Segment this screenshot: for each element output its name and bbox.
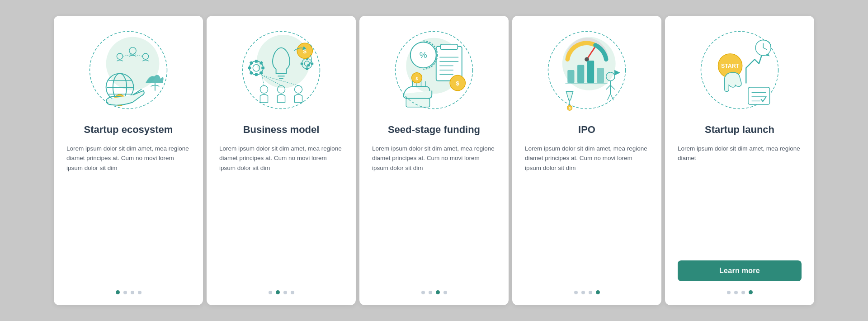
svg-text:START: START	[721, 63, 740, 69]
dot-1	[727, 291, 731, 294]
card-body-business-model: Lorem ipsum dolor sit dim amet, mea regi…	[219, 144, 343, 281]
card-title-business-model: Business model	[243, 123, 320, 137]
card-body-startup-ecosystem: Lorem ipsum dolor sit dim amet, mea regi…	[66, 144, 190, 281]
dot-3	[131, 291, 134, 294]
dot-2	[123, 291, 127, 294]
svg-rect-65	[587, 61, 594, 83]
card-icon-ipo: $	[542, 25, 632, 115]
svg-text:$: $	[456, 80, 460, 87]
svg-point-37	[260, 85, 268, 93]
dot-4	[138, 291, 142, 294]
card-dots-business-model	[269, 290, 294, 294]
dot-3	[589, 291, 592, 294]
dot-4	[291, 291, 294, 294]
svg-line-74	[610, 85, 615, 90]
svg-rect-63	[567, 70, 574, 83]
svg-rect-33	[311, 62, 314, 65]
svg-rect-66	[597, 68, 604, 83]
card-icon-seed-stage-funding: $ % $	[389, 25, 479, 115]
dot-2	[429, 291, 432, 294]
learn-more-button[interactable]: Learn more	[678, 260, 802, 281]
svg-rect-32	[306, 67, 308, 70]
dot-3	[283, 291, 287, 294]
card-body-startup-launch: Lorem ipsum dolor sit dim amet, mea regi…	[678, 144, 802, 252]
card-icon-startup-launch: START	[694, 25, 785, 115]
dot-2	[276, 290, 280, 294]
dot-4	[443, 291, 447, 294]
dot-1	[116, 290, 120, 294]
card-title-startup-ecosystem: Startup ecosystem	[84, 123, 173, 137]
card-icon-business-model: $	[236, 25, 326, 115]
dot-3	[436, 290, 440, 294]
svg-rect-21	[255, 60, 258, 63]
svg-rect-46	[440, 44, 458, 49]
svg-text:$: $	[303, 48, 307, 55]
card-dots-startup-ecosystem	[116, 290, 142, 294]
svg-rect-34	[301, 62, 303, 65]
card-title-startup-launch: Startup launch	[705, 123, 774, 137]
card-startup-ecosystem: $ Startup eco	[54, 16, 203, 305]
card-body-seed-stage-funding: Lorem ipsum dolor sit dim amet, mea regi…	[372, 144, 496, 281]
dot-1	[269, 291, 272, 294]
svg-line-73	[606, 85, 611, 90]
svg-rect-64	[577, 65, 584, 83]
svg-rect-24	[248, 66, 251, 69]
svg-text:%: %	[420, 50, 427, 60]
dot-1	[574, 291, 578, 294]
dot-3	[741, 291, 745, 294]
svg-rect-23	[261, 66, 264, 69]
svg-rect-28	[249, 71, 253, 75]
card-icon-startup-ecosystem: $	[83, 25, 174, 115]
card-title-seed-stage-funding: Seed-stage funding	[388, 123, 480, 137]
card-body-ipo: Lorem ipsum dolor sit dim amet, mea regi…	[525, 144, 649, 281]
card-dots-startup-launch	[727, 290, 753, 294]
dot-1	[421, 291, 425, 294]
card-seed-stage-funding: $ % $	[359, 16, 509, 305]
card-dots-ipo	[574, 290, 600, 294]
dot-2	[734, 291, 738, 294]
svg-point-39	[294, 85, 302, 93]
card-ipo: $ IPO Lorem ipsum dolor sit dim amet, me…	[512, 16, 661, 305]
card-business-model: $	[207, 16, 356, 305]
dot-4	[749, 290, 753, 294]
dot-2	[581, 291, 585, 294]
svg-text:$: $	[415, 76, 418, 81]
card-dots-seed-stage-funding	[421, 290, 447, 294]
card-title-ipo: IPO	[578, 123, 595, 137]
svg-rect-26	[249, 61, 253, 65]
dot-4	[596, 290, 600, 294]
cards-container: $ Startup eco	[36, 2, 832, 319]
svg-rect-84	[748, 87, 770, 104]
svg-line-75	[608, 94, 611, 100]
svg-line-76	[610, 94, 613, 100]
svg-rect-22	[255, 73, 258, 76]
card-startup-launch: START Startup launch	[665, 16, 814, 305]
